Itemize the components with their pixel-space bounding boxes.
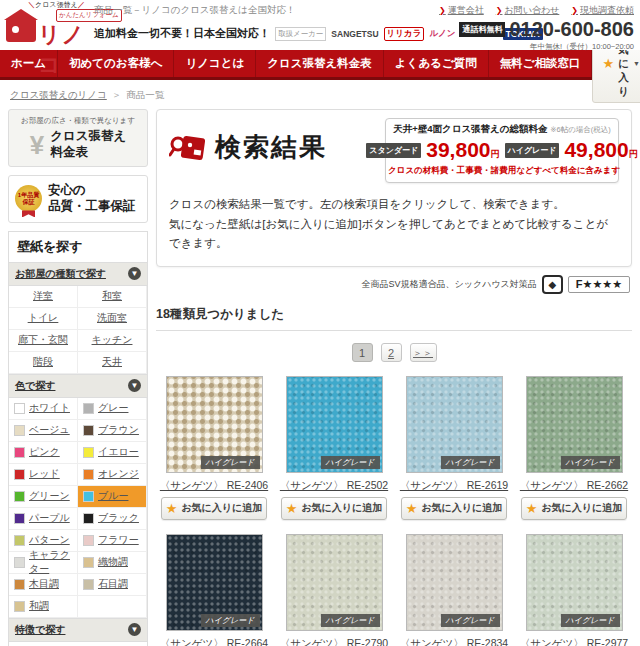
chevron-down-icon: ▼ xyxy=(128,379,141,392)
grade-badge: ハイグレード xyxy=(201,456,260,469)
color-filter-black[interactable]: ブラック xyxy=(78,508,147,530)
tollfree-badge: 通話料無料 xyxy=(459,22,505,37)
arrow-icon: ❯ xyxy=(496,6,503,15)
texture-filter-woven[interactable]: 織物調 xyxy=(78,552,147,574)
link-contact[interactable]: ❯お問い合わせ xyxy=(496,4,560,17)
product-name-link[interactable]: 〈サンゲツ〉 RE-2790 xyxy=(280,637,388,646)
next-page-link[interactable]: ＞＞ xyxy=(410,343,437,362)
page-title: 検索結果 xyxy=(215,130,327,165)
add-to-favorites-button[interactable]: ★ お気に入りに追加 xyxy=(161,497,267,520)
empty-cell xyxy=(78,596,147,618)
room-filter-ceiling[interactable]: 天井 xyxy=(78,352,147,374)
product-name-link[interactable]: 〈サンゲツ〉 RE-2502 xyxy=(280,479,388,493)
texture-swatch xyxy=(83,579,94,590)
product-image[interactable]: ハイグレード xyxy=(286,534,383,631)
color-filter-gray[interactable]: グレー xyxy=(78,398,147,420)
chevron-down-icon: ▼ xyxy=(128,623,141,636)
product-image[interactable]: ハイグレード xyxy=(166,534,263,631)
quality-banner-title: 安心の 品質・工事保証 xyxy=(48,183,136,214)
product-image[interactable]: ハイグレード xyxy=(526,534,623,631)
texture-swatch xyxy=(83,557,94,568)
room-filter-japanese[interactable]: 和室 xyxy=(78,286,147,308)
product-image[interactable]: ハイグレード xyxy=(286,376,383,473)
link-company[interactable]: ❯運営会社 xyxy=(439,4,484,17)
highgrade-grade-badge: ハイグレード xyxy=(505,143,560,158)
product-card: ハイグレード 〈サンゲツ〉 RE-2834 ★ お気に入りに追加 xyxy=(396,526,512,646)
result-count: 18種類見つかりました xyxy=(156,306,632,323)
nav-item-about[interactable]: リノコとは xyxy=(174,50,256,77)
grade-badge: ハイグレード xyxy=(321,456,380,469)
color-swatch xyxy=(14,403,25,414)
room-filter-toilet[interactable]: トイレ xyxy=(9,308,78,330)
product-image[interactable]: ハイグレード xyxy=(406,376,503,473)
color-filter-flower[interactable]: フラワー xyxy=(78,530,147,552)
phone-area: 通話料無料 0120-600-806 年中無休!（受付）10:00~20:00 xyxy=(459,18,634,52)
product-name-link[interactable]: 〈サンゲツ〉 RE-2977 xyxy=(520,637,628,646)
room-filter-hallway[interactable]: 廊下・玄関 xyxy=(9,330,78,352)
nav-item-consult[interactable]: 無料ご相談窓口 xyxy=(489,50,593,77)
color-filter-red[interactable]: レッド xyxy=(9,464,78,486)
texture-filter-stone[interactable]: 石目調 xyxy=(78,574,147,596)
content-area: お部屋の広さ・種類で異なります ¥ クロス張替え 料金表 1年品質保証 安心の … xyxy=(0,109,640,646)
product-name-link[interactable]: 〈サンゲツ〉 RE-2619 xyxy=(400,479,508,493)
house-icon xyxy=(6,18,36,42)
star-icon: ★ xyxy=(406,502,418,515)
color-swatch xyxy=(14,447,25,458)
site-header: クロス張替え かんたんリフォーム リノコ 商品一覧－リノコのクロス張替えは全国対… xyxy=(0,0,640,50)
color-swatch xyxy=(83,469,94,480)
color-filter-green[interactable]: グリーン xyxy=(9,486,78,508)
color-filter-beige[interactable]: ベージュ xyxy=(9,420,78,442)
price-table-banner[interactable]: お部屋の広さ・種類で異なります ¥ クロス張替え 料金表 xyxy=(8,109,148,167)
product-card: ハイグレード 〈サンゲツ〉 RE-2619 ★ お気に入りに追加 xyxy=(396,368,512,524)
product-name-link[interactable]: 〈サンゲツ〉 RE-2406 xyxy=(160,479,268,493)
color-swatch xyxy=(83,491,94,502)
total-price-box: 天井+壁4面クロス張替えの総額料金 ※6帖の場合(税込) スタンダード 39,8… xyxy=(385,118,619,183)
section-feature[interactable]: 特徴で探す ▼ xyxy=(9,618,147,642)
room-filter-stairs[interactable]: 階段 xyxy=(9,352,78,374)
color-filter-blue-selected[interactable]: ブルー xyxy=(78,486,147,508)
texture-filter-character[interactable]: キャラクター xyxy=(9,552,78,574)
add-to-favorites-button[interactable]: ★ お気に入りに追加 xyxy=(521,497,627,520)
grade-badge: ハイグレード xyxy=(321,614,380,627)
product-name-link[interactable]: 〈サンゲツ〉 RE-2664 xyxy=(160,637,268,646)
color-filter-white[interactable]: ホワイト xyxy=(9,398,78,420)
texture-filter-woodgrain[interactable]: 木目調 xyxy=(9,574,78,596)
feature-filter-deodorant[interactable]: 消臭機能付 xyxy=(9,642,147,646)
color-filter-pink[interactable]: ピンク xyxy=(9,442,78,464)
product-name-link[interactable]: 〈サンゲツ〉 RE-2662 xyxy=(520,479,628,493)
site-logo[interactable]: クロス張替え かんたんリフォーム リノコ xyxy=(4,0,94,50)
product-image[interactable]: ハイグレード xyxy=(526,376,623,473)
maker-logo-lilycolor: リリカラ xyxy=(384,27,425,41)
arrow-icon: ❯ xyxy=(439,6,446,15)
section-room-type[interactable]: お部屋の種類で探す ▼ xyxy=(9,262,147,286)
texture-filter-japanese-style[interactable]: 和調 xyxy=(9,596,78,618)
breadcrumb-home-link[interactable]: クロス張替えのリノコ xyxy=(10,89,107,100)
pattern-swatch xyxy=(14,535,25,546)
add-to-favorites-button[interactable]: ★ お気に入りに追加 xyxy=(281,497,387,520)
product-image[interactable]: ハイグレード xyxy=(406,534,503,631)
color-filter-brown[interactable]: ブラウン xyxy=(78,420,147,442)
link-survey[interactable]: ❯現地調査依頼 xyxy=(571,4,634,17)
results-description: クロスの検索結果一覧です。左の検索項目をクリックして、検索できます。 気になった… xyxy=(169,195,619,254)
nav-item-price-table[interactable]: クロス張替え料金表 xyxy=(256,50,384,77)
room-filter-kitchen[interactable]: キッチン xyxy=(78,330,147,352)
room-filter-washroom[interactable]: 洗面室 xyxy=(78,308,147,330)
color-filter-orange[interactable]: オレンジ xyxy=(78,464,147,486)
nav-item-faq[interactable]: よくあるご質問 xyxy=(384,50,489,77)
price-banner-note: お部屋の広さ・種類で異なります xyxy=(14,116,142,126)
grade-badge: ハイグレード xyxy=(561,614,620,627)
color-filter-yellow[interactable]: イエロー xyxy=(78,442,147,464)
page-2-link[interactable]: 2 xyxy=(381,343,402,362)
page-1-current[interactable]: 1 xyxy=(352,343,373,362)
product-name-link[interactable]: 〈サンゲツ〉 RE-2834 xyxy=(400,637,508,646)
grade-badge: ハイグレード xyxy=(441,456,500,469)
product-image[interactable]: ハイグレード xyxy=(166,376,263,473)
texture-swatch xyxy=(14,557,25,568)
yen-icon: ¥ xyxy=(30,132,44,158)
quality-guarantee-banner[interactable]: 1年品質保証 安心の 品質・工事保証 xyxy=(8,175,148,222)
chevron-down-icon: ▼ xyxy=(633,60,640,67)
section-color[interactable]: 色で探す ▼ xyxy=(9,374,147,398)
room-filter-western[interactable]: 洋室 xyxy=(9,286,78,308)
color-filter-purple[interactable]: パープル xyxy=(9,508,78,530)
add-to-favorites-button[interactable]: ★ お気に入りに追加 xyxy=(401,497,507,520)
